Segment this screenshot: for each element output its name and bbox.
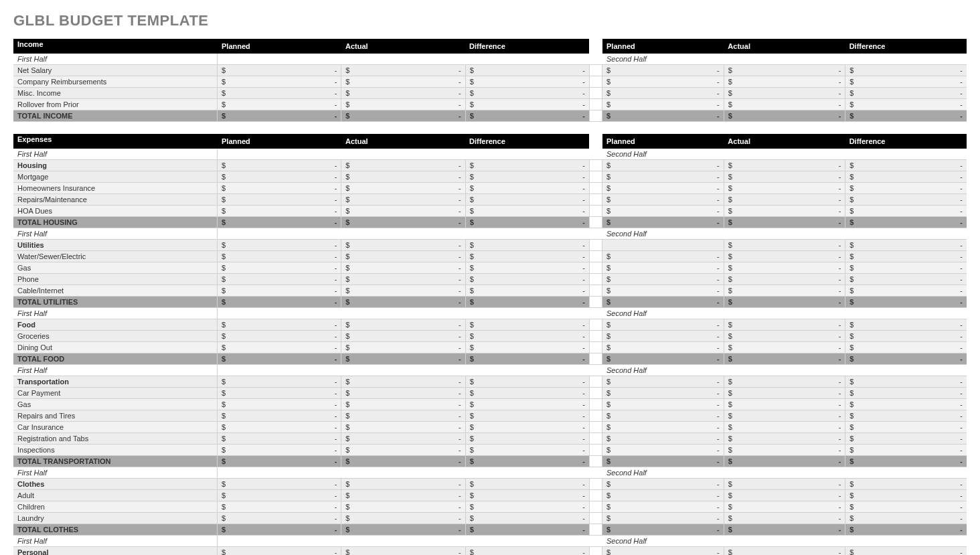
money-cell[interactable]: $- xyxy=(465,331,589,341)
money-cell[interactable]: $- xyxy=(341,319,465,330)
money-cell[interactable]: $- xyxy=(602,388,724,398)
money-cell[interactable]: $- xyxy=(845,183,967,193)
money-cell[interactable]: $- xyxy=(724,456,845,467)
money-cell[interactable]: $- xyxy=(341,422,465,432)
money-cell[interactable]: $- xyxy=(845,285,967,296)
money-cell[interactable]: $- xyxy=(602,445,724,455)
money-cell[interactable]: $- xyxy=(845,342,967,353)
money-cell[interactable]: $- xyxy=(602,76,724,87)
money-cell[interactable]: $- xyxy=(845,445,967,455)
money-cell[interactable]: $- xyxy=(602,183,724,193)
money-cell[interactable]: $- xyxy=(341,331,465,341)
money-cell[interactable]: $- xyxy=(724,490,845,501)
money-cell[interactable]: $- xyxy=(218,399,341,410)
money-cell[interactable]: $- xyxy=(218,110,341,121)
money-cell[interactable]: $- xyxy=(724,319,845,330)
money-cell[interactable]: $- xyxy=(218,65,341,76)
money-cell[interactable]: $- xyxy=(724,501,845,512)
money-cell[interactable]: $- xyxy=(341,445,465,455)
money-cell[interactable]: $- xyxy=(602,342,724,353)
money-cell[interactable]: $- xyxy=(845,399,967,410)
money-cell[interactable]: $- xyxy=(602,422,724,432)
money-cell[interactable]: $- xyxy=(218,217,341,228)
money-cell[interactable]: $- xyxy=(341,297,465,307)
money-cell[interactable]: $- xyxy=(465,422,589,432)
money-cell[interactable]: $- xyxy=(602,513,724,524)
money-cell[interactable]: $- xyxy=(602,501,724,512)
money-cell[interactable]: $- xyxy=(341,206,465,216)
money-cell[interactable]: $- xyxy=(602,194,724,205)
money-cell[interactable]: $- xyxy=(218,240,341,250)
money-cell[interactable]: $- xyxy=(465,274,589,285)
money-cell[interactable]: $- xyxy=(845,376,967,387)
money-cell[interactable]: $- xyxy=(845,490,967,501)
money-cell[interactable]: $- xyxy=(341,524,465,535)
money-cell[interactable]: $- xyxy=(724,65,845,76)
money-cell[interactable]: $- xyxy=(845,319,967,330)
money-cell[interactable]: $- xyxy=(341,251,465,262)
money-cell[interactable]: $- xyxy=(341,285,465,296)
money-cell[interactable]: $- xyxy=(218,524,341,535)
money-cell[interactable]: $- xyxy=(218,251,341,262)
money-cell[interactable]: $- xyxy=(465,206,589,216)
money-cell[interactable]: $- xyxy=(465,524,589,535)
money-cell[interactable]: $- xyxy=(602,171,724,182)
money-cell[interactable]: $- xyxy=(602,456,724,467)
money-cell[interactable]: $- xyxy=(724,376,845,387)
money-cell[interactable]: $- xyxy=(602,285,724,296)
money-cell[interactable]: $- xyxy=(341,433,465,444)
money-cell[interactable]: $- xyxy=(218,297,341,307)
money-cell[interactable]: $- xyxy=(465,285,589,296)
money-cell[interactable]: $- xyxy=(845,547,967,555)
money-cell[interactable]: $- xyxy=(465,110,589,121)
money-cell[interactable]: $- xyxy=(218,88,341,98)
money-cell[interactable]: $- xyxy=(341,399,465,410)
money-cell[interactable]: $- xyxy=(218,319,341,330)
money-cell[interactable]: $- xyxy=(218,274,341,285)
money-cell[interactable]: $- xyxy=(724,388,845,398)
money-cell[interactable]: $- xyxy=(845,274,967,285)
money-cell[interactable]: $- xyxy=(465,319,589,330)
money-cell[interactable]: $- xyxy=(341,171,465,182)
money-cell[interactable]: $- xyxy=(218,513,341,524)
money-cell[interactable]: $- xyxy=(218,285,341,296)
money-cell[interactable]: $- xyxy=(465,388,589,398)
money-cell[interactable]: $- xyxy=(602,319,724,330)
money-cell[interactable]: $- xyxy=(465,445,589,455)
money-cell[interactable]: $- xyxy=(602,110,724,121)
money-cell[interactable]: $- xyxy=(602,262,724,273)
money-cell[interactable]: $- xyxy=(724,76,845,87)
money-cell[interactable]: $- xyxy=(465,297,589,307)
money-cell[interactable]: $- xyxy=(341,547,465,555)
money-cell[interactable]: $- xyxy=(845,88,967,98)
money-cell[interactable]: $- xyxy=(724,285,845,296)
money-cell[interactable]: $- xyxy=(218,262,341,273)
money-cell[interactable]: $- xyxy=(218,99,341,110)
money-cell[interactable]: $- xyxy=(724,410,845,421)
money-cell[interactable]: $- xyxy=(724,240,845,250)
money-cell[interactable]: $- xyxy=(724,171,845,182)
money-cell[interactable]: $- xyxy=(341,376,465,387)
money-cell[interactable]: $- xyxy=(724,251,845,262)
money-cell[interactable]: $- xyxy=(465,547,589,555)
money-cell[interactable]: $- xyxy=(845,297,967,307)
money-cell[interactable]: $- xyxy=(465,76,589,87)
money-cell[interactable]: $- xyxy=(218,76,341,87)
money-cell[interactable]: $- xyxy=(341,501,465,512)
money-cell[interactable]: $- xyxy=(341,99,465,110)
money-cell[interactable]: $- xyxy=(724,353,845,364)
money-cell[interactable]: $- xyxy=(724,524,845,535)
money-cell[interactable]: $- xyxy=(465,513,589,524)
money-cell[interactable]: $- xyxy=(602,99,724,110)
money-cell[interactable]: $- xyxy=(602,251,724,262)
money-cell[interactable]: $- xyxy=(218,479,341,489)
money-cell[interactable]: $- xyxy=(218,388,341,398)
money-cell[interactable]: $- xyxy=(724,110,845,121)
money-cell[interactable]: $- xyxy=(602,399,724,410)
money-cell[interactable]: $- xyxy=(845,410,967,421)
money-cell[interactable]: $- xyxy=(341,76,465,87)
money-cell[interactable]: $- xyxy=(341,217,465,228)
money-cell[interactable]: $- xyxy=(341,410,465,421)
money-cell[interactable]: $- xyxy=(465,399,589,410)
money-cell[interactable]: $- xyxy=(602,65,724,76)
